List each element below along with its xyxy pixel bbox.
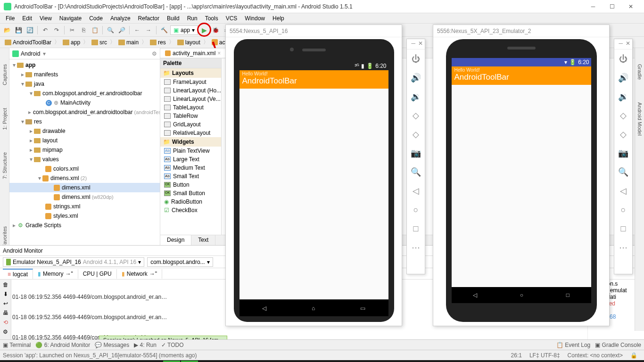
menu-navigate[interactable]: Navigate bbox=[56, 14, 85, 23]
tab-network[interactable]: ▮Network →" bbox=[117, 269, 162, 279]
back-icon[interactable]: ◁ bbox=[262, 305, 266, 312]
tab-structure[interactable]: 7: Structure bbox=[1, 150, 8, 181]
tab-cpu[interactable]: CPU | GPU bbox=[78, 269, 117, 279]
em-close-icon[interactable]: ✕ bbox=[418, 40, 423, 48]
redo-icon[interactable]: ↷ bbox=[51, 25, 62, 35]
tab-android-model[interactable]: Android Model bbox=[636, 100, 644, 138]
palette-tablerow[interactable]: TableRow bbox=[160, 112, 221, 120]
screenshot-icon[interactable]: 📷 bbox=[615, 144, 632, 163]
palette-linearlayout-h[interactable]: LinearLayout (Ho... bbox=[160, 86, 221, 95]
palette-largetext[interactable]: AbLarge Text bbox=[160, 155, 221, 164]
breadcrumb-layout[interactable]: layout bbox=[175, 39, 202, 46]
close-tab-icon[interactable]: × bbox=[217, 50, 221, 57]
overview-nav-icon[interactable]: □ bbox=[407, 219, 424, 238]
power-icon[interactable]: ⏻ bbox=[615, 49, 632, 68]
project-settings-icon[interactable]: ⚙ bbox=[152, 50, 157, 57]
run-button[interactable]: ▶ bbox=[199, 25, 209, 35]
project-view-selector[interactable]: Android ▾ ⚙ bbox=[9, 48, 160, 59]
n5-navbar[interactable]: ◁ ⌂ ▭ bbox=[239, 300, 388, 316]
tab-project[interactable]: 1: Project bbox=[1, 106, 8, 132]
rotate-right-icon[interactable]: ◇ bbox=[407, 125, 424, 144]
undo-icon[interactable]: ↶ bbox=[40, 25, 50, 35]
menu-tools[interactable]: Tools bbox=[201, 14, 222, 23]
run-config-dropdown[interactable]: ▣ app ▾ bbox=[170, 25, 198, 35]
minimize-button[interactable]: ─ bbox=[584, 2, 603, 11]
make-icon[interactable]: 🔨 bbox=[159, 25, 169, 35]
back-nav-icon[interactable]: ◁ bbox=[407, 181, 424, 200]
design-tab[interactable]: Design bbox=[160, 235, 191, 245]
volume-down-icon[interactable]: 🔉 bbox=[615, 87, 632, 106]
menu-window[interactable]: Window bbox=[241, 14, 269, 23]
palette-radiobutton[interactable]: ◉RadioButton bbox=[160, 197, 221, 206]
cut-icon[interactable]: ✂ bbox=[67, 25, 77, 35]
soft-wrap-icon[interactable]: ↩ bbox=[3, 300, 8, 307]
more-icon[interactable]: ⋯ bbox=[407, 238, 424, 257]
tab-todo[interactable]: ✓ TODO bbox=[161, 342, 184, 348]
breadcrumb-res[interactable]: res bbox=[148, 39, 168, 46]
open-icon[interactable]: 📂 bbox=[2, 25, 12, 35]
palette-textview[interactable]: AbPlain TextView bbox=[160, 147, 221, 155]
palette-linearlayout-v[interactable]: LinearLayout (Ve... bbox=[160, 95, 221, 103]
emulator-nexus5x-title[interactable]: 5556:Nexus_5X_API_23_Emulator_2 bbox=[433, 25, 609, 37]
n5x-navbar[interactable]: ◁ ○ □ bbox=[452, 287, 591, 303]
tab-run[interactable]: ▶ 4: Run bbox=[134, 342, 157, 348]
volume-up-icon[interactable]: 🔊 bbox=[615, 68, 632, 87]
breadcrumb-main[interactable]: main bbox=[116, 39, 140, 46]
close-button[interactable]: ✕ bbox=[621, 2, 640, 11]
tab-android-monitor[interactable]: 🟢 6: Android Monitor bbox=[35, 342, 90, 348]
paste-icon[interactable]: 📋 bbox=[90, 25, 100, 35]
rotate-left-icon[interactable]: ◇ bbox=[407, 106, 424, 125]
process-dropdown[interactable]: com.blogspot.andro...▾ bbox=[147, 257, 213, 267]
menu-build[interactable]: Build bbox=[163, 14, 183, 23]
screenshot-icon[interactable]: 📷 bbox=[407, 144, 424, 163]
back-icon[interactable]: ← bbox=[132, 25, 142, 35]
home-icon[interactable]: ⌂ bbox=[312, 305, 315, 312]
palette-checkbox[interactable]: ☑CheckBox bbox=[160, 206, 221, 214]
zoom-icon[interactable]: 🔍 bbox=[615, 163, 632, 181]
debug-button[interactable]: 🐞 bbox=[210, 25, 221, 35]
device-dropdown[interactable]: Emulator Nexus_5_API_16 Android 4.1.1, A… bbox=[3, 257, 144, 267]
tab-logcat[interactable]: ≡logcat bbox=[3, 269, 33, 279]
volume-down-icon[interactable]: 🔉 bbox=[407, 87, 424, 106]
overview-nav-icon[interactable]: □ bbox=[615, 219, 632, 238]
sync-icon[interactable]: 🔄 bbox=[25, 25, 35, 35]
tab-gradle[interactable]: Gradle bbox=[636, 62, 644, 82]
scroll-end-icon[interactable]: ⬇ bbox=[3, 291, 8, 297]
zoom-icon[interactable]: 🔍 bbox=[407, 163, 424, 181]
palette-gridlayout[interactable]: GridLayout bbox=[160, 120, 221, 129]
recents-icon[interactable]: □ bbox=[566, 292, 570, 298]
more-icon[interactable]: ⋯ bbox=[615, 238, 632, 257]
copy-icon[interactable]: ⎘ bbox=[78, 25, 89, 35]
project-tree[interactable]: ▾app ▸manifests ▾java ▾com.blogspot.andr… bbox=[9, 59, 160, 245]
rotate-right-icon[interactable]: ◇ bbox=[615, 125, 632, 144]
menu-help[interactable]: Help bbox=[269, 14, 288, 23]
editor-tab[interactable]: activity_main.xml× bbox=[160, 49, 226, 58]
settings-icon[interactable]: ⚙ bbox=[3, 329, 8, 335]
palette-framelayout[interactable]: FrameLayout bbox=[160, 78, 221, 86]
tab-terminal[interactable]: ▣ Terminal bbox=[3, 342, 31, 348]
tab-captures[interactable]: Captures bbox=[1, 62, 8, 87]
maximize-button[interactable]: ☐ bbox=[603, 2, 621, 11]
palette-relativelayout[interactable]: RelativeLayout bbox=[160, 129, 221, 137]
replace-icon[interactable]: 🔎 bbox=[116, 25, 127, 35]
print-icon[interactable]: 🖶 bbox=[3, 310, 8, 316]
em-close-icon[interactable]: ✕ bbox=[626, 40, 630, 48]
tab-gradle-console[interactable]: ▣ Gradle Console bbox=[595, 342, 641, 348]
home-icon[interactable]: ○ bbox=[520, 292, 523, 298]
tab-event-log[interactable]: 📋 Event Log bbox=[556, 342, 590, 348]
palette-group-widgets[interactable]: 📁Widgets bbox=[160, 137, 221, 147]
palette-smalltext[interactable]: AbSmall Text bbox=[160, 172, 221, 181]
tab-messages[interactable]: 💬 Messages bbox=[95, 342, 129, 348]
restart-icon[interactable]: ⟲ bbox=[3, 319, 8, 326]
em-minimize-icon[interactable]: ─ bbox=[411, 40, 415, 48]
em-minimize-icon[interactable]: ─ bbox=[619, 40, 623, 48]
breadcrumb-src[interactable]: src bbox=[90, 39, 109, 46]
palette-mediumtext[interactable]: AbMedium Text bbox=[160, 164, 221, 172]
menu-vcs[interactable]: VCS bbox=[222, 14, 241, 23]
power-icon[interactable]: ⏻ bbox=[407, 49, 424, 68]
text-tab[interactable]: Text bbox=[191, 235, 215, 245]
find-icon[interactable]: 🔍 bbox=[105, 25, 116, 35]
menu-analyze[interactable]: Analyze bbox=[107, 14, 134, 23]
recents-icon[interactable]: ▭ bbox=[360, 305, 365, 312]
breadcrumb-app[interactable]: app bbox=[61, 39, 82, 46]
